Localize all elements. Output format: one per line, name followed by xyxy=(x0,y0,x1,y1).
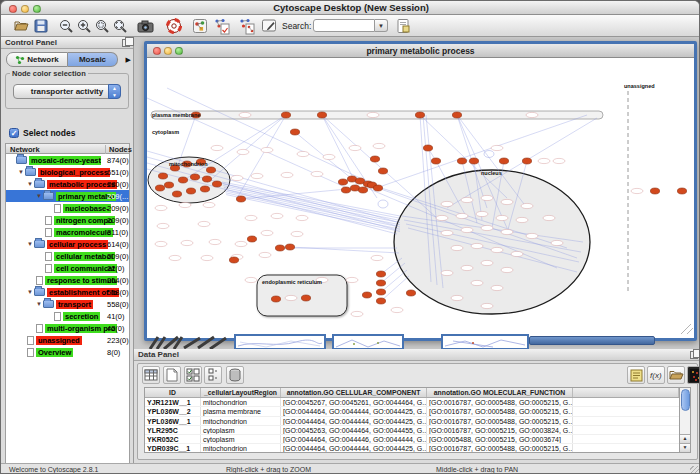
table-cell[interactable]: [GO:0045263, GO:0044464, GO:0044455, G..… xyxy=(281,426,427,434)
background-network-window[interactable] xyxy=(332,334,404,349)
tree-row[interactable]: secretion41(0) xyxy=(6,310,129,322)
table-cell[interactable]: YKR052C xyxy=(145,435,201,443)
network-node[interactable] xyxy=(281,112,290,118)
table-cell[interactable]: [GO:0016787, GO:0005488, GO:0005215, G..… xyxy=(427,417,573,425)
column-header[interactable]: _cellularLayoutRegion xyxy=(201,388,281,397)
table-row[interactable]: YDR039C__1mitochondrion[GO:0044464, GO:0… xyxy=(145,444,679,453)
node-label-pill[interactable] xyxy=(456,213,468,218)
tree-row[interactable]: ▼metabolic process280(0) xyxy=(6,178,129,190)
network-node[interactable] xyxy=(362,292,371,298)
node-label-pill[interactable] xyxy=(481,225,493,230)
table-cell[interactable]: [GO:0044464, GO:0044444, GO:0044425, G..… xyxy=(281,407,427,415)
node-label-pill[interactable] xyxy=(491,247,503,252)
network-node[interactable] xyxy=(317,112,326,118)
tree-row[interactable]: multi-organism pro42(0) xyxy=(6,322,129,334)
tree-expand-icon[interactable]: ▼ xyxy=(17,169,25,175)
node-label-pill[interactable] xyxy=(296,215,308,220)
node-label-pill[interactable] xyxy=(281,172,293,177)
zoom-out-icon[interactable] xyxy=(57,17,75,35)
tree-expand-icon[interactable]: ▼ xyxy=(35,193,43,199)
table-row[interactable]: YJR121W__1mitochondrion[GO:0045267, GO:0… xyxy=(145,398,679,407)
float-data-panel-icon[interactable] xyxy=(690,351,698,359)
network-node[interactable] xyxy=(206,167,215,173)
network-node[interactable] xyxy=(236,196,245,202)
save-session-icon[interactable] xyxy=(32,17,50,35)
tree-header[interactable]: Network Nodes xyxy=(5,143,130,154)
network-node[interactable] xyxy=(499,158,508,164)
table-cell[interactable]: mitochondrion xyxy=(201,398,281,406)
node-label-pill[interactable] xyxy=(543,215,555,220)
notes-icon[interactable] xyxy=(627,366,645,384)
search-go-icon[interactable] xyxy=(394,17,412,35)
node-label-pill[interactable] xyxy=(476,211,488,216)
zoom-in-icon[interactable] xyxy=(75,17,93,35)
node-label-pill[interactable] xyxy=(157,223,169,228)
network-node[interactable] xyxy=(650,188,659,194)
node-label-pill[interactable] xyxy=(181,240,193,245)
node-label-pill[interactable] xyxy=(461,227,473,232)
network-node[interactable] xyxy=(190,174,199,180)
table-cell[interactable]: [GO:0016787, GO:0005488, GO:0005215, G..… xyxy=(427,407,573,415)
tree-expand-icon[interactable]: ▼ xyxy=(26,181,34,187)
network-node[interactable] xyxy=(200,186,209,192)
tab-network[interactable]: Network xyxy=(6,52,68,67)
tree-expand-icon[interactable]: ▼ xyxy=(35,301,43,307)
node-label-pill[interactable] xyxy=(526,112,538,117)
node-label-pill[interactable] xyxy=(235,241,247,246)
network-node[interactable] xyxy=(229,257,238,263)
tree-row[interactable]: mosaic-demo-yeast874(0) xyxy=(6,154,129,166)
help-icon[interactable] xyxy=(165,17,183,35)
node-label-pill[interactable] xyxy=(323,154,335,159)
node-label-pill[interactable] xyxy=(501,229,513,234)
node-label-pill[interactable] xyxy=(631,188,643,193)
node-label-pill[interactable] xyxy=(526,233,538,238)
float-panel-icon[interactable] xyxy=(122,39,130,47)
network-node[interactable] xyxy=(423,145,432,151)
window-titlebar[interactable]: Cytoscape Desktop (New Session) xyxy=(1,1,700,15)
delete-attribute-icon[interactable] xyxy=(226,366,244,384)
node-label-pill[interactable] xyxy=(496,215,508,220)
table-cell[interactable]: YPL036W__1 xyxy=(145,417,201,425)
node-label-pill[interactable] xyxy=(471,243,483,248)
network-node[interactable] xyxy=(247,236,256,242)
node-label-pill[interactable] xyxy=(245,277,257,282)
node-label-pill[interactable] xyxy=(239,112,251,117)
network-node[interactable] xyxy=(158,173,167,179)
node-label-pill[interactable] xyxy=(155,241,167,246)
table-cell[interactable]: [GO:0045267, GO:0045261, GO:0044464, G..… xyxy=(281,398,427,406)
node-label-pill[interactable] xyxy=(367,112,379,117)
tabs-overflow-button[interactable]: ▶ xyxy=(126,56,131,64)
tree-row[interactable]: ▼cellular process614(0) xyxy=(6,238,129,250)
node-label-pill[interactable] xyxy=(198,221,210,226)
network-node[interactable] xyxy=(376,271,385,277)
network-node[interactable] xyxy=(376,280,385,286)
table-row[interactable]: YPL036W__2plasma membrane[GO:0044464, GO… xyxy=(145,407,679,416)
node-label-pill[interactable] xyxy=(346,277,358,282)
network-node[interactable] xyxy=(370,156,379,162)
node-label-pill[interactable] xyxy=(501,267,513,272)
tree-row[interactable]: ▼transport558(0) xyxy=(6,298,129,310)
node-label-pill[interactable] xyxy=(481,195,493,200)
node-label-pill[interactable] xyxy=(461,265,473,270)
tab-mosaic[interactable]: Mosaic xyxy=(68,52,118,67)
node-label-pill[interactable] xyxy=(261,147,273,152)
import-attributes-icon[interactable] xyxy=(667,366,685,384)
network-node[interactable] xyxy=(275,245,284,251)
network-node[interactable] xyxy=(338,179,347,185)
node-color-dropdown[interactable]: transporter activity ▲▼ xyxy=(13,84,121,99)
network-node[interactable] xyxy=(271,296,280,302)
background-network-window[interactable] xyxy=(441,334,529,349)
node-label-pill[interactable] xyxy=(441,201,453,206)
tree-row[interactable]: cellular metabol209(0) xyxy=(6,250,129,262)
node-label-pill[interactable] xyxy=(271,213,283,218)
network-node[interactable] xyxy=(155,185,164,191)
network-node[interactable] xyxy=(457,158,466,164)
table-cell[interactable]: mitochondrion xyxy=(201,444,281,452)
node-label-pill[interactable] xyxy=(491,145,503,150)
column-header[interactable]: annotation.GO MOLECULAR_FUNCTION xyxy=(427,388,573,397)
attribute-table-icon[interactable] xyxy=(142,366,160,384)
matrix-view-icon[interactable] xyxy=(687,366,700,384)
node-label-pill[interactable] xyxy=(351,311,363,316)
tree-expand-icon[interactable]: ▼ xyxy=(26,289,34,295)
scroll-down-button[interactable]: ▼ xyxy=(680,443,690,452)
